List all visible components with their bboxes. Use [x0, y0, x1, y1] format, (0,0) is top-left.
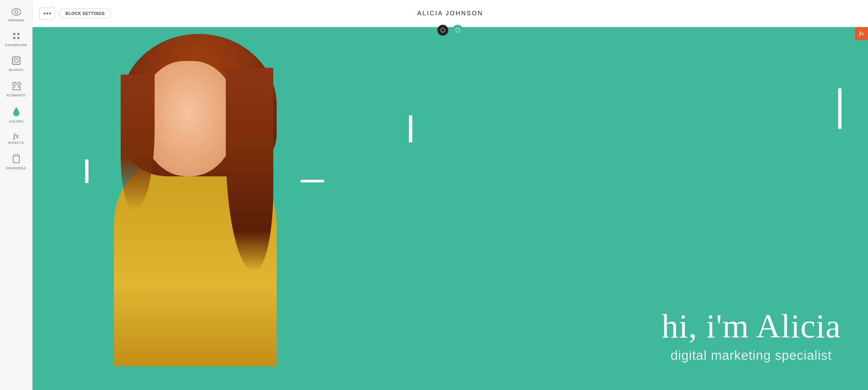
sidebar-item-effects-label: EFFECTS	[8, 141, 24, 144]
sidebar-item-blocks-label: BLOCKS	[9, 68, 23, 72]
sidebar-item-elements-label: ELEMENTS	[7, 94, 25, 97]
svg-point-1	[15, 11, 18, 14]
nav-dot-dark-inner	[440, 28, 445, 33]
topbar-left: BLOCK SETTINGS	[39, 7, 111, 20]
nav-dots	[437, 25, 463, 36]
face	[141, 61, 236, 176]
more-dot-2	[46, 13, 48, 14]
sidebar-item-preview[interactable]: PREVIEW	[0, 3, 32, 27]
portrait	[107, 34, 283, 366]
main-area: BLOCK SETTINGS ALICIA JOHNSON fx	[33, 0, 868, 390]
sidebar-item-blocks[interactable]: BLOCKS	[0, 52, 32, 76]
block-settings-button[interactable]: BLOCK SETTINGS	[59, 8, 111, 19]
portrait-body	[107, 34, 283, 366]
sidebar-item-progress-label: PROGRESS	[6, 167, 26, 170]
svg-point-2	[13, 33, 15, 35]
puzzle-icon	[12, 81, 21, 92]
svg-point-0	[12, 8, 21, 15]
sidebar-item-elements[interactable]: ELEMENTS	[0, 76, 32, 102]
block-icon	[12, 56, 21, 66]
right-vertical-bar	[838, 88, 842, 129]
more-dot-3	[49, 13, 51, 14]
sidebar-item-colors-label: COLORS	[9, 120, 23, 123]
center-vertical-bar	[409, 115, 412, 142]
grid-icon	[12, 32, 21, 42]
clipboard-icon	[13, 154, 20, 165]
left-vertical-bar	[85, 159, 88, 183]
site-title: ALICIA JOHNSON	[417, 10, 483, 17]
topbar: BLOCK SETTINGS ALICIA JOHNSON	[33, 0, 868, 27]
drop-icon	[13, 106, 20, 118]
sidebar-item-preview-label: PREVIEW	[8, 19, 24, 22]
sidebar-item-effects[interactable]: fx EFFECTS	[0, 128, 32, 149]
svg-point-5	[17, 37, 19, 39]
sidebar-item-dashboard[interactable]: DASHBOARD	[0, 27, 32, 52]
nav-dot-dark[interactable]	[437, 25, 448, 36]
canvas: fx hi, i'm	[33, 27, 868, 390]
sidebar-item-dashboard-label: DASHBOARD	[5, 43, 27, 47]
sidebar-item-progress[interactable]: PROGRESS	[0, 149, 32, 175]
nav-dot-teal[interactable]	[452, 25, 463, 36]
sidebar-item-colors[interactable]: COLORS	[0, 102, 32, 128]
fx-icon: fx	[13, 133, 19, 139]
svg-rect-7	[15, 59, 18, 62]
sidebar: PREVIEW DASHBOARD BLOCKS ELEMENT	[0, 0, 33, 390]
hero-title: hi, i'm Alicia	[662, 308, 841, 345]
fx-badge[interactable]: fx	[855, 27, 868, 40]
svg-point-3	[17, 33, 19, 35]
nav-dot-teal-inner	[455, 28, 460, 33]
more-button[interactable]	[39, 7, 55, 20]
hero-subtitle: digital marketing specialist	[662, 348, 841, 363]
more-dot-1	[44, 13, 45, 14]
hero-text: hi, i'm Alicia digital marketing special…	[662, 308, 841, 363]
svg-rect-6	[13, 57, 20, 64]
svg-point-4	[13, 37, 15, 39]
eye-icon	[12, 8, 21, 17]
svg-rect-9	[15, 154, 18, 156]
horizontal-bar	[300, 180, 324, 182]
